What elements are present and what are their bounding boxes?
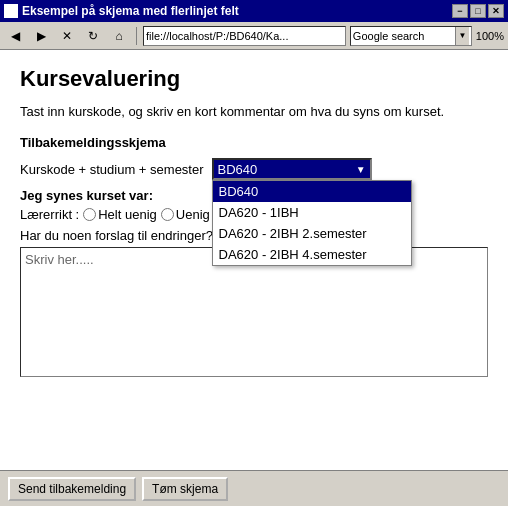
- zoom-level: 100%: [476, 30, 504, 42]
- dropdown-label: Kurskode + studium + semester: [20, 162, 204, 177]
- radio-helt-uenig-input[interactable]: [83, 208, 96, 221]
- stop-button[interactable]: ✕: [56, 25, 78, 47]
- forward-button[interactable]: ▶: [30, 25, 52, 47]
- form-section-title: Tilbakemeldingsskjema: [20, 135, 488, 150]
- app-icon: [4, 4, 18, 18]
- dropdown-option-3[interactable]: DA620 - 2IBH 4.semester: [213, 244, 411, 265]
- teacher-label: Lærerrikt :: [20, 207, 79, 222]
- dropdown-selected-text: BD640: [218, 162, 258, 177]
- maximize-button[interactable]: □: [470, 4, 486, 18]
- course-dropdown-selected[interactable]: BD640 ▼: [212, 158, 372, 180]
- intro-text: Tast inn kurskode, og skriv en kort komm…: [20, 104, 488, 119]
- address-bar: [143, 26, 346, 46]
- textarea-container: Skriv her.....: [20, 247, 488, 380]
- window-controls[interactable]: − □ ✕: [452, 4, 504, 18]
- status-bar: Send tilbakemelding Tøm skjema: [0, 470, 508, 506]
- address-input[interactable]: [143, 26, 346, 46]
- minimize-button[interactable]: −: [452, 4, 468, 18]
- search-dropdown-arrow[interactable]: ▼: [455, 27, 469, 45]
- page-title: Kursevaluering: [20, 66, 488, 92]
- dropdown-option-2[interactable]: DA620 - 2IBH 2.semester: [213, 223, 411, 244]
- page-content: Kursevaluering Tast inn kurskode, og skr…: [0, 50, 508, 470]
- course-dropdown-list[interactable]: BD640 DA620 - 1IBH DA620 - 2IBH 2.semest…: [212, 180, 412, 266]
- suggestion-textarea[interactable]: Skriv her.....: [20, 247, 488, 377]
- radio-uenig[interactable]: Uenig: [161, 207, 210, 222]
- dropdown-row: Kurskode + studium + semester BD640 ▼ BD…: [20, 158, 488, 180]
- submit-button[interactable]: Send tilbakemelding: [8, 477, 136, 501]
- refresh-button[interactable]: ↻: [82, 25, 104, 47]
- radio-uenig-label: Uenig: [176, 207, 210, 222]
- radio-helt-uenig[interactable]: Helt uenig: [83, 207, 157, 222]
- close-button[interactable]: ✕: [488, 4, 504, 18]
- dropdown-arrow-icon: ▼: [356, 164, 366, 175]
- radio-uenig-input[interactable]: [161, 208, 174, 221]
- clear-button[interactable]: Tøm skjema: [142, 477, 228, 501]
- title-bar: Eksempel på skjema med flerlinjet felt −…: [0, 0, 508, 22]
- search-box[interactable]: ▼: [350, 26, 472, 46]
- window-title: Eksempel på skjema med flerlinjet felt: [22, 4, 239, 18]
- search-input[interactable]: [353, 30, 453, 42]
- separator-1: [136, 27, 137, 45]
- dropdown-option-1[interactable]: DA620 - 1IBH: [213, 202, 411, 223]
- back-button[interactable]: ◀: [4, 25, 26, 47]
- browser-toolbar: ◀ ▶ ✕ ↻ ⌂ ▼ 100%: [0, 22, 508, 50]
- radio-helt-uenig-label: Helt uenig: [98, 207, 157, 222]
- dropdown-option-0[interactable]: BD640: [213, 181, 411, 202]
- course-dropdown-container[interactable]: BD640 ▼ BD640 DA620 - 1IBH DA620 - 2IBH …: [212, 158, 372, 180]
- home-button[interactable]: ⌂: [108, 25, 130, 47]
